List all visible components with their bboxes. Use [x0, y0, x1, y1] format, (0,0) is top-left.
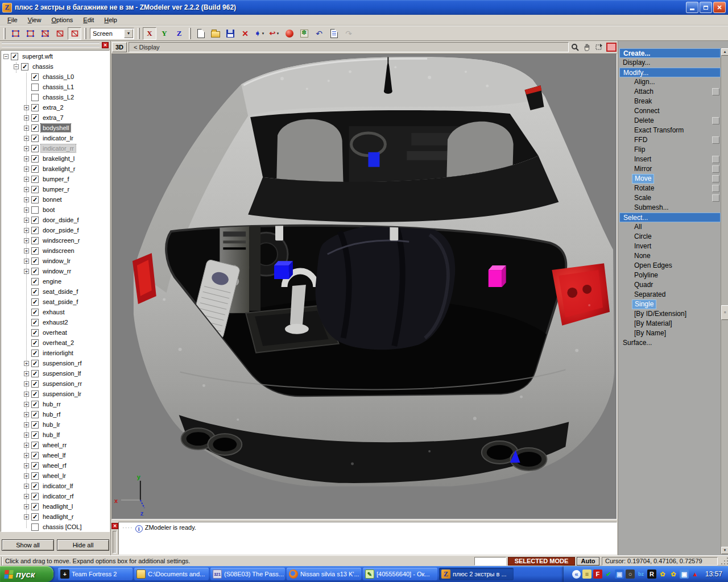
visibility-checkbox[interactable]: ✓ — [31, 350, 39, 357]
expand-icon[interactable]: + — [24, 187, 29, 192]
visibility-checkbox[interactable]: ✓ — [31, 513, 39, 521]
tree-item-chassis-col-[interactable]: chassis [COL] — [1, 522, 109, 532]
expand-icon[interactable]: + — [24, 402, 29, 407]
visibility-checkbox[interactable]: ✓ — [31, 186, 39, 193]
command-quadr[interactable]: Quadr — [619, 280, 721, 290]
expand-icon[interactable]: + — [24, 443, 29, 448]
new-file-button[interactable] — [194, 27, 208, 40]
expand-icon[interactable]: + — [24, 207, 29, 213]
tree-item-window-rr[interactable]: +✓window_rr — [1, 266, 109, 276]
tree-item-boot[interactable]: +boot — [1, 205, 109, 215]
visibility-checkbox[interactable]: ✓ — [31, 411, 39, 418]
tree-item-extra-2[interactable]: +✓extra_2 — [1, 102, 109, 113]
visibility-checkbox[interactable]: ✓ — [31, 237, 39, 244]
visibility-checkbox[interactable] — [31, 206, 39, 214]
expand-icon[interactable]: + — [24, 514, 29, 519]
material-editor-button[interactable] — [283, 27, 296, 40]
expand-icon[interactable]: + — [24, 433, 29, 438]
taskbar-task-zm[interactable]: Zплюс 2 экстры в ... — [439, 568, 514, 580]
hide-all-button[interactable]: Hide all — [57, 539, 109, 551]
polygons-mode-button[interactable] — [38, 27, 52, 40]
expand-icon[interactable]: + — [24, 484, 29, 489]
visibility-checkbox[interactable]: ✓ — [31, 503, 39, 510]
collapse-icon[interactable]: − — [3, 54, 9, 59]
axis-y-button[interactable]: Y — [158, 27, 171, 40]
expand-icon[interactable]: + — [24, 156, 29, 161]
visibility-checkbox[interactable]: ✓ — [11, 53, 18, 60]
tree-item-bonnet[interactable]: +✓bonnet — [1, 194, 109, 205]
tree-item-interiorlight[interactable]: ✓interiorlight — [1, 348, 109, 358]
tree-item-chassis[interactable]: −✓chassis — [1, 61, 109, 72]
command-connect[interactable]: Connect — [619, 106, 721, 116]
tree-item-suspension-rr[interactable]: +✓suspension_rr — [1, 379, 109, 389]
visibility-checkbox[interactable]: ✓ — [31, 104, 39, 111]
command-rotate[interactable]: Rotate — [619, 184, 721, 193]
radmin-icon[interactable]: R — [647, 569, 656, 579]
expand-icon[interactable]: + — [24, 381, 29, 386]
tree-item-windscreen[interactable]: +✓windscreen — [1, 246, 109, 256]
visibility-checkbox[interactable]: ✓ — [31, 288, 39, 296]
visibility-checkbox[interactable] — [31, 94, 39, 101]
tree-item-hub-lf[interactable]: +✓hub_lf — [1, 430, 109, 440]
visibility-checkbox[interactable]: ✓ — [31, 442, 39, 449]
visibility-checkbox[interactable] — [31, 84, 39, 91]
visibility-checkbox[interactable]: ✓ — [31, 196, 39, 203]
visibility-checkbox[interactable]: ✓ — [31, 339, 39, 347]
option-box[interactable] — [712, 194, 719, 202]
network-icon[interactable]: ▣ — [615, 569, 624, 579]
tree-item-seat-pside-f[interactable]: ✓seat_pside_f — [1, 297, 109, 307]
command-by-material[interactable]: [By Material] — [619, 319, 721, 329]
expand-icon[interactable]: + — [24, 136, 29, 141]
command-by-name[interactable]: [By Name] — [619, 329, 721, 338]
log-scrollbar[interactable] — [113, 531, 117, 554]
taskbar-task-icq[interactable]: ✎[405556640] - Ок... — [363, 568, 437, 580]
expand-icon[interactable]: + — [24, 422, 29, 427]
command-create[interactable]: Create... — [619, 48, 721, 58]
restore-button[interactable] — [700, 2, 712, 13]
visibility-checkbox[interactable]: ✓ — [31, 124, 39, 132]
option-box[interactable] — [712, 165, 719, 173]
panel-close-icon[interactable]: ✕ — [102, 42, 109, 48]
visibility-checkbox[interactable]: ✓ — [31, 135, 39, 142]
visibility-checkbox[interactable]: ✓ — [31, 401, 39, 408]
clipboard-icon[interactable]: ≡ — [582, 569, 592, 579]
tree-item-headlight-l[interactable]: +✓headlight_l — [1, 501, 109, 512]
visibility-checkbox[interactable]: ✓ — [31, 452, 39, 459]
command-separated[interactable]: Separated — [619, 290, 721, 300]
command-select[interactable]: Select... — [619, 213, 721, 222]
command-mirror[interactable]: Mirror — [619, 164, 721, 174]
tree-item-door-pside-f[interactable]: +✓door_pside_f — [1, 225, 109, 235]
tree-item-extra-7[interactable]: +✓extra_7 — [1, 113, 109, 123]
ffu-icon[interactable]: F — [593, 569, 602, 579]
command-scrollbar[interactable]: ▲ ≡ ▼ — [721, 48, 728, 554]
collapse-icon[interactable]: − — [14, 64, 19, 69]
tree-item-bodyshell[interactable]: +✓bodyshell — [1, 123, 109, 133]
tree-item-hub-rr[interactable]: +✓hub_rr — [1, 399, 109, 409]
visibility-checkbox[interactable]: ✓ — [31, 73, 39, 81]
visibility-checkbox[interactable] — [31, 523, 39, 531]
tree-item-hub-rf[interactable]: +✓hub_rf — [1, 409, 109, 419]
menu-view[interactable]: View — [23, 15, 47, 24]
command-break[interactable]: Break — [619, 97, 721, 106]
visibility-checkbox[interactable]: ✓ — [31, 247, 39, 255]
visibility-checkbox[interactable]: ✓ — [31, 370, 39, 377]
scene-nodes-button[interactable] — [297, 27, 311, 40]
taskbar-task-folder[interactable]: C:\Documents and... — [134, 568, 209, 580]
visibility-checkbox[interactable]: ✓ — [31, 145, 39, 152]
scroll-thumb[interactable]: ≡ — [721, 305, 728, 320]
visibility-checkbox[interactable]: ✓ — [31, 298, 39, 306]
tree-item-supergt-wft[interactable]: −✓supergt.wft — [1, 51, 109, 61]
command-open-edges[interactable]: Open Edges — [619, 261, 721, 271]
command-move[interactable]: Move — [619, 174, 721, 184]
expand-icon[interactable]: + — [24, 167, 29, 172]
expand-icon[interactable]: + — [24, 361, 29, 366]
command-invert[interactable]: Invert — [619, 242, 721, 251]
visibility-checkbox[interactable]: ✓ — [31, 319, 39, 326]
pan-hand-icon[interactable] — [581, 42, 593, 52]
expand-icon[interactable]: + — [24, 453, 29, 458]
tree-item-bumper-r[interactable]: +✓bumper_r — [1, 184, 109, 194]
expand-icon[interactable]: + — [24, 238, 29, 243]
tree-item-chassis-l2[interactable]: chassis_L2 — [1, 92, 109, 102]
steam-icon[interactable]: ○ — [626, 569, 635, 579]
command-all[interactable]: All — [619, 222, 721, 232]
